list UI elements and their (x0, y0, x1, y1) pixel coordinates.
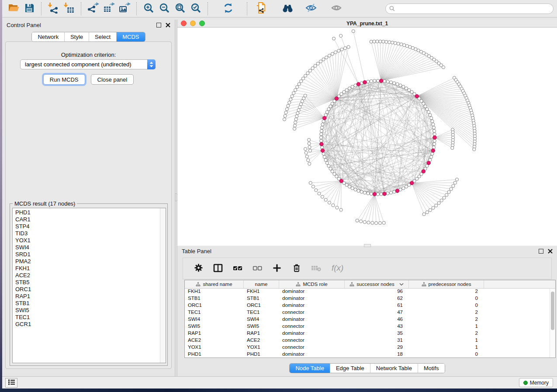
mcds-result-item[interactable]: STB5 (13, 279, 160, 286)
table-tab-node-table[interactable]: Node Table (290, 364, 330, 373)
mcds-result-item[interactable]: PMA2 (13, 258, 160, 265)
table-row[interactable]: YOX1YOX1connector291 (185, 344, 555, 351)
splitter-grip[interactable] (175, 193, 177, 201)
search-input[interactable] (397, 6, 550, 12)
table-row[interactable]: SWI5SWI5connector431 (185, 323, 555, 330)
network-node (445, 193, 448, 196)
table-toolbar: f(x) (183, 258, 552, 279)
network-node (347, 45, 350, 48)
table-cell: ORC1 (244, 303, 279, 309)
mcds-list-scrollbar[interactable] (160, 208, 166, 363)
table-row[interactable]: ORC1ORC1dominator610 (185, 303, 555, 309)
table-scrollbar[interactable] (550, 289, 555, 358)
network-node (380, 193, 383, 196)
import-table-button[interactable] (61, 1, 77, 16)
table-row[interactable]: ACE2ACE2connector311 (185, 337, 555, 344)
deselect-all-button[interactable] (252, 263, 263, 274)
mcds-result-item[interactable]: SRD1 (13, 251, 160, 258)
zoom-out-button[interactable] (156, 1, 172, 16)
mcds-result-item[interactable]: CAR1 (13, 216, 160, 223)
export-network-button[interactable] (85, 1, 101, 16)
close-panel-button[interactable]: Close panel (91, 74, 134, 85)
horizontal-splitter-grip[interactable] (364, 244, 371, 247)
mcds-result-item[interactable]: PHD1 (13, 209, 160, 216)
memory-label: Memory (530, 380, 549, 386)
mcds-result-item[interactable]: YOX1 (13, 237, 160, 244)
network-node (400, 43, 403, 46)
column-label: predecessor nodes (429, 282, 471, 287)
tab-style[interactable]: Style (64, 32, 89, 41)
mcds-result-item[interactable]: RAP1 (13, 293, 160, 300)
delete-table-button[interactable] (311, 263, 322, 274)
network-node (375, 221, 378, 224)
memory-button[interactable]: Memory (519, 378, 553, 387)
table-row[interactable]: SWI4SWI4dominator462 (185, 316, 555, 323)
table-row[interactable]: RAP1RAP1dominator352 (185, 330, 555, 337)
table-cell: dominator (279, 351, 345, 358)
export-image-button[interactable] (117, 1, 132, 16)
mcds-result-item[interactable]: FKH1 (13, 265, 160, 272)
mcds-result-item[interactable]: SWI4 (13, 244, 160, 251)
function-builder-button[interactable]: f(x) (330, 263, 348, 274)
chevron-down-icon[interactable] (399, 283, 404, 286)
tab-mcds[interactable]: MCDS (116, 32, 145, 41)
search-network-button[interactable] (280, 1, 295, 16)
network-node (325, 110, 329, 113)
float-panel-icon[interactable] (156, 23, 161, 28)
mcds-result-item[interactable]: ACE2 (13, 272, 160, 279)
network-node (389, 191, 392, 194)
column-header-shared-name[interactable]: shared name (185, 280, 244, 288)
table-row[interactable]: FKH1FKH1dominator962 (185, 289, 555, 296)
network-node (432, 126, 435, 129)
optimization-select[interactable]: largest connected component (undirected) (20, 59, 156, 69)
zoom-selected-button[interactable] (188, 1, 204, 16)
table-cell: 62 (345, 296, 409, 303)
close-panel-icon[interactable] (548, 249, 553, 254)
tab-network[interactable]: Network (32, 32, 64, 41)
column-header-successor-nodes[interactable]: successor nodes (345, 280, 409, 288)
table-tab-network-table[interactable]: Network Table (370, 364, 418, 373)
table-scrollbar-thumb[interactable] (551, 292, 554, 330)
task-history-button[interactable] (5, 378, 17, 388)
hide-selected-button[interactable] (303, 1, 319, 16)
mcds-result-item[interactable]: GCR1 (13, 321, 160, 328)
table-row[interactable]: TEC1TEC1connector472 (185, 309, 555, 316)
float-panel-icon[interactable] (539, 249, 543, 254)
network-graph-canvas[interactable] (177, 28, 557, 245)
close-panel-icon[interactable] (166, 23, 170, 28)
export-table-button[interactable] (101, 1, 117, 16)
zoom-fit-button[interactable] (172, 1, 188, 16)
search-field[interactable] (385, 3, 554, 14)
table-row[interactable]: PHD1PHD1dominator180 (185, 351, 555, 358)
column-header-name[interactable]: name (244, 280, 279, 288)
zoom-in-button[interactable] (141, 1, 156, 16)
mcds-result-item[interactable]: TID3 (13, 230, 160, 237)
save-session-button[interactable] (21, 1, 37, 16)
mcds-result-item[interactable]: STP4 (13, 223, 160, 230)
network-node (348, 87, 351, 90)
network-node (426, 211, 429, 214)
mcds-result-item[interactable]: STB1 (13, 300, 160, 307)
create-column-button[interactable] (271, 263, 283, 274)
tab-select[interactable]: Select (89, 32, 116, 41)
column-header-predecessor-nodes[interactable]: predecessor nodes (409, 280, 484, 288)
delete-column-button[interactable] (291, 263, 302, 274)
run-mcds-button[interactable]: Run MCDS (43, 74, 85, 85)
show-hidden-button[interactable] (329, 1, 344, 16)
table-tab-edge-table[interactable]: Edge Table (330, 364, 370, 373)
show-column-panel-button[interactable] (212, 263, 224, 274)
table-tab-motifs[interactable]: Motifs (418, 364, 445, 373)
network-node (320, 129, 323, 132)
table-settings-button[interactable] (193, 263, 204, 274)
new-network-from-selection-button[interactable] (253, 1, 269, 16)
mcds-result-item[interactable]: ORC1 (13, 286, 160, 293)
table-row[interactable]: STB1STB1dominator620 (185, 296, 555, 303)
mcds-result-item[interactable]: TEC1 (13, 314, 160, 321)
open-file-button[interactable] (6, 1, 21, 16)
column-header-MCDS-role[interactable]: MCDS role (279, 280, 345, 288)
network-node (452, 184, 455, 187)
mcds-result-item[interactable]: SWI5 (13, 307, 160, 314)
select-all-button[interactable] (232, 263, 243, 274)
apply-layout-button[interactable] (220, 1, 236, 16)
import-network-button[interactable] (45, 1, 61, 16)
